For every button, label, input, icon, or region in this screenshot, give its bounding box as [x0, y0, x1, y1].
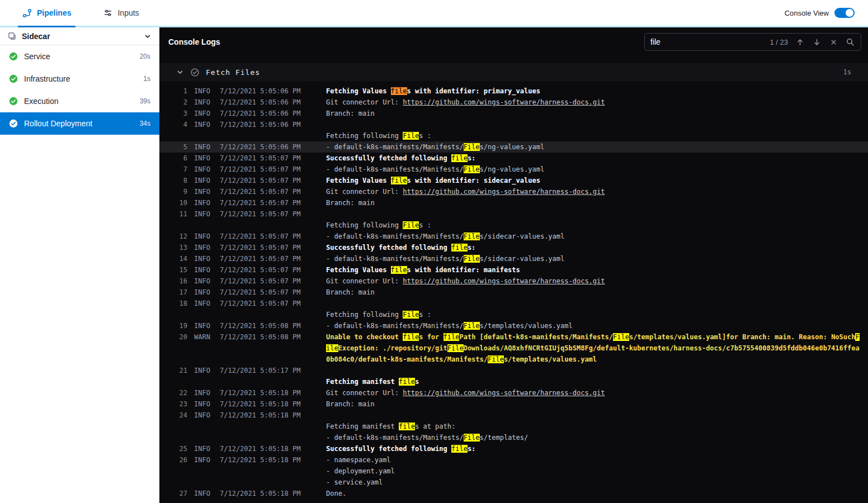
log-line[interactable]: Fetching manifest files at path: — [159, 421, 868, 432]
next-match-icon[interactable] — [812, 37, 822, 47]
sidebar-item-service[interactable]: Service 20s — [0, 45, 159, 68]
sidebar-item-infrastructure[interactable]: Infrastructure 1s — [0, 68, 159, 90]
chevron-down-icon[interactable] — [176, 68, 184, 76]
clear-search-icon[interactable] — [828, 37, 838, 47]
sidebar-item-execution[interactable]: Execution 39s — [0, 90, 159, 112]
log-level: INFO — [194, 175, 215, 186]
log-line[interactable]: 4INFO7/12/2021 5:05:06 PM — [159, 119, 868, 130]
log-line[interactable]: 23INFO7/12/2021 5:05:18 PMBranch: main — [159, 398, 868, 410]
log-link[interactable]: https://github.com/wings-software/harnes… — [403, 188, 605, 196]
log-line[interactable]: - deployment.yaml — [159, 466, 868, 477]
log-text: Path [default-k8s-manifests/Manifests/ — [459, 333, 613, 341]
log-level: INFO — [194, 410, 215, 421]
log-timestamp: 7/12/2021 5:05:08 PM — [220, 331, 301, 343]
log-text: - default-k8s-manifests/Manifests/ — [326, 434, 464, 442]
log-line[interactable]: 6INFO7/12/2021 5:05:07 PMSuccessfully fe… — [159, 153, 868, 164]
log-line[interactable]: 15INFO7/12/2021 5:05:07 PMFetching Value… — [159, 264, 868, 276]
log-message: Successfully fetched following files: — [326, 443, 868, 454]
log-line[interactable]: 1INFO7/12/2021 5:05:06 PMFetching Values… — [159, 86, 868, 97]
search-icon[interactable] — [845, 37, 855, 47]
log-timestamp: 7/12/2021 5:05:18 PM — [220, 398, 301, 410]
log-line[interactable]: 10INFO7/12/2021 5:05:07 PMBranch: main — [159, 197, 868, 208]
tab-inputs[interactable]: Inputs — [103, 0, 139, 26]
tab-pipelines[interactable]: Pipelines — [22, 0, 71, 26]
log-text: - default-k8s-manifests/Manifests/ — [326, 143, 464, 151]
log-level: INFO — [194, 454, 215, 466]
log-line[interactable]: 9INFO7/12/2021 5:05:07 PMGit connector U… — [159, 186, 868, 197]
sidebar-item-rollout-deployment[interactable]: Rollout Deployment 34s — [0, 112, 159, 135]
log-text: s : — [419, 132, 431, 140]
log-timestamp: 7/12/2021 5:05:07 PM — [220, 186, 301, 197]
log-line[interactable]: Fetching following Files : — [159, 220, 868, 231]
log-line[interactable]: 21INFO7/12/2021 5:05:17 PM — [159, 365, 868, 376]
duration-badge: 1s — [143, 75, 150, 83]
log-line[interactable]: 24INFO7/12/2021 5:05:18 PM — [159, 410, 868, 421]
log-line[interactable]: 11INFO7/12/2021 5:05:07 PM — [159, 208, 868, 220]
log-line[interactable]: 8INFO7/12/2021 5:05:07 PMFetching Values… — [159, 175, 868, 186]
log-line[interactable]: 27INFO7/12/2021 5:05:18 PMDone. — [159, 488, 868, 499]
log-message: Git connector Url: https://github.com/wi… — [326, 276, 868, 287]
log-line[interactable]: 14INFO7/12/2021 5:05:07 PM- default-k8s-… — [159, 253, 868, 264]
log-line[interactable]: 12INFO7/12/2021 5:05:07 PM- default-k8s-… — [159, 231, 868, 242]
log-line[interactable]: 19INFO7/12/2021 5:05:08 PM- default-k8s-… — [159, 320, 868, 331]
log-line-number: 7 — [175, 164, 187, 175]
chevron-down-icon[interactable] — [144, 32, 152, 40]
log-message: Fetching following Files : — [326, 309, 868, 320]
log-line[interactable]: 2INFO7/12/2021 5:05:06 PMGit connector U… — [159, 97, 868, 108]
search-match-highlight: File — [403, 311, 419, 319]
log-line[interactable]: 25INFO7/12/2021 5:05:18 PMSuccessfully f… — [159, 443, 868, 454]
log-line[interactable]: 18INFO7/12/2021 5:05:07 PM — [159, 298, 868, 309]
log-text: s/ng-values.yaml — [480, 143, 545, 151]
log-message: Successfully fetched following files: — [326, 153, 868, 164]
log-link[interactable]: https://github.com/wings-software/harnes… — [403, 98, 605, 106]
log-text: Successfully fetched following — [326, 244, 451, 252]
search-match-highlight: File — [464, 255, 480, 263]
log-level: INFO — [194, 398, 215, 410]
log-text: s/ng-values.yaml — [480, 165, 545, 173]
search-match-highlight: file — [444, 333, 460, 341]
log-message: Fetching following Files : — [326, 220, 868, 231]
log-line[interactable]: - service.yaml — [159, 477, 868, 488]
log-link[interactable]: https://github.com/wings-software/harnes… — [403, 277, 605, 285]
log-line[interactable]: 3INFO7/12/2021 5:05:06 PMBranch: main — [159, 108, 868, 119]
log-line[interactable]: 26INFO7/12/2021 5:05:18 PM- namespace.ya… — [159, 454, 868, 466]
stage-header[interactable]: Sidecar — [0, 27, 159, 45]
search-input[interactable] — [650, 37, 763, 46]
log-section-header[interactable]: Fetch Files 1s — [159, 63, 868, 81]
search-match-highlight: file — [399, 378, 415, 386]
log-text: Done. — [326, 490, 346, 497]
log-line[interactable]: Fetching manifest files — [159, 376, 868, 387]
log-line-number: 21 — [175, 365, 187, 376]
console-view-toggle[interactable] — [834, 8, 855, 18]
log-text: Git connector Url: — [326, 277, 403, 285]
log-line[interactable]: 16INFO7/12/2021 5:05:07 PMGit connector … — [159, 276, 868, 287]
search-match-highlight: File — [447, 344, 464, 352]
log-line[interactable]: 13INFO7/12/2021 5:05:07 PMSuccessfully f… — [159, 242, 868, 253]
log-line[interactable]: - default-k8s-manifests/Manifests/Files/… — [159, 432, 868, 443]
log-timestamp: 7/12/2021 5:05:07 PM — [220, 231, 301, 242]
log-line[interactable]: 5INFO7/12/2021 5:05:06 PM- default-k8s-m… — [159, 141, 868, 153]
search-match-highlight: File — [464, 434, 480, 442]
log-level: INFO — [194, 253, 215, 264]
log-line-number: 20 — [175, 331, 187, 343]
log-search-box: 1 / 23 — [644, 33, 861, 51]
log-line[interactable]: 7INFO7/12/2021 5:05:07 PM- default-k8s-m… — [159, 164, 868, 175]
log-line[interactable]: 20WARN7/12/2021 5:05:08 PMUnable to chec… — [159, 331, 868, 365]
log-line[interactable]: 17INFO7/12/2021 5:05:07 PMBranch: main — [159, 287, 868, 298]
log-line[interactable]: Fetching following Files : — [159, 130, 868, 141]
top-navbar: Pipelines Inputs Console View — [0, 0, 868, 27]
log-text: Branch: main — [326, 199, 375, 207]
log-link[interactable]: https://github.com/wings-software/harnes… — [403, 389, 605, 397]
search-match-highlight: File — [464, 232, 480, 240]
console-header: Console Logs 1 / 23 — [159, 27, 868, 56]
prev-match-icon[interactable] — [795, 37, 805, 47]
log-text: s/sidecar-values.yaml — [480, 255, 565, 263]
log-line-number: 6 — [175, 153, 187, 164]
log-timestamp: 7/12/2021 5:05:07 PM — [220, 208, 301, 220]
log-line[interactable]: 22INFO7/12/2021 5:05:18 PMGit connector … — [159, 387, 868, 398]
log-line[interactable]: Fetching following Files : — [159, 309, 868, 320]
log-message: Successfully fetched following files: — [326, 242, 868, 253]
log-timestamp: 7/12/2021 5:05:18 PM — [220, 443, 301, 454]
log-text: s: — [468, 445, 475, 453]
search-match-highlight: file — [399, 423, 415, 430]
